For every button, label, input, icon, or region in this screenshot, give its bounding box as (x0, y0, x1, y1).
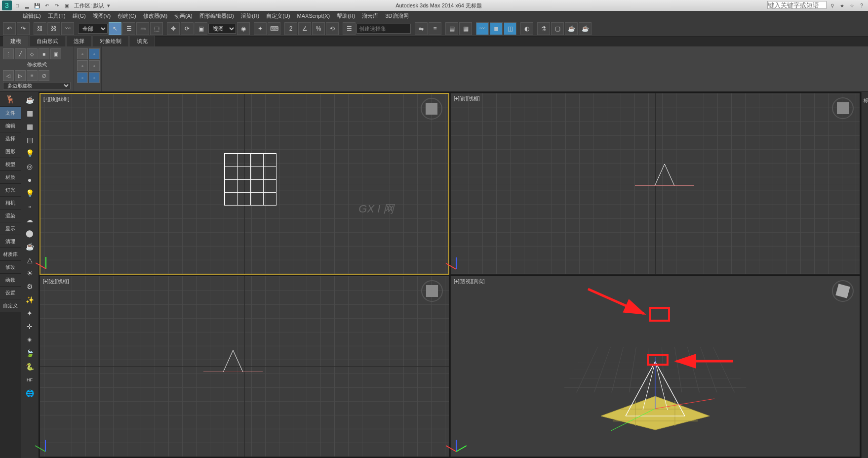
qat-redo-icon[interactable]: ↷ (52, 1, 61, 10)
strip-circles-icon[interactable]: ◎ (23, 161, 37, 172)
viewcube-front[interactable] (832, 97, 854, 119)
ribbon-tool-4-icon[interactable]: ▫ (89, 60, 100, 71)
strip-triangle-icon[interactable]: △ (23, 254, 37, 266)
subobj-border-icon[interactable]: ◇ (27, 48, 38, 59)
subobj-element-icon[interactable]: ▣ (50, 48, 61, 59)
left-tab-render[interactable]: 渲染 (0, 209, 21, 222)
strip-teapot-icon[interactable]: ☕ (23, 94, 37, 106)
left-tab-modify[interactable]: 修改 (0, 261, 21, 274)
ribbon-tool-6-icon[interactable]: ▫ (89, 72, 100, 83)
named-selection-input[interactable] (356, 24, 411, 34)
render-prod-icon[interactable]: ☕ (565, 22, 578, 35)
qat-project-icon[interactable]: ▣ (62, 1, 71, 10)
edit-named-sel-icon[interactable]: ☰ (343, 22, 355, 35)
left-tab-function[interactable]: 函数 (0, 274, 21, 287)
left-tab-settings[interactable]: 设置 (0, 287, 21, 299)
select-object-button-icon[interactable]: ↖ (109, 22, 121, 35)
use-center-icon[interactable]: ◉ (237, 22, 250, 35)
left-tab-material[interactable]: 材质 (0, 171, 21, 184)
mirror-button-icon[interactable]: ⇋ (415, 22, 428, 35)
menu-group[interactable]: 组(G) (70, 11, 89, 21)
left-tab-file[interactable]: 文件 (0, 107, 21, 120)
ref-coord-combo[interactable]: 视图 (208, 24, 236, 34)
keyboard-shortcut-icon[interactable]: ⌨ (268, 22, 280, 35)
strip-sun-icon[interactable]: ☀ (23, 267, 37, 279)
viewport-left[interactable]: [+][左][线框] (39, 276, 449, 458)
selection-filter-combo[interactable]: 全部 (78, 24, 108, 34)
left-tab-display[interactable]: 显示 (0, 222, 21, 235)
strip-rgb-icon[interactable]: ⬤ (23, 227, 37, 239)
ribbon-tool-1-icon[interactable]: ▫ (77, 48, 88, 59)
viewport-perspective[interactable]: [+][透视][真实] (450, 276, 860, 458)
left-tab-matlib[interactable]: 材质库 (0, 248, 21, 261)
strip-sparkle-icon[interactable]: ✦ (23, 307, 37, 319)
titlebar-btn-2-icon[interactable]: ★ (837, 1, 846, 10)
snap-angle-icon[interactable]: ∠ (298, 22, 311, 35)
menu-maxscript[interactable]: MAXScript(X) (294, 12, 333, 20)
layer-manager-icon[interactable]: ▦ (459, 22, 472, 35)
menu-rendering[interactable]: 渲染(R) (238, 11, 262, 21)
ribbon-tool-5-icon[interactable]: ▫ (77, 72, 88, 83)
left-tab-custom[interactable]: 自定义 (0, 299, 21, 312)
select-region-icon[interactable]: ▭ (136, 22, 149, 35)
left-tab-cleanup[interactable]: 清理 (0, 235, 21, 248)
strip-box-icon[interactable]: ▫ (23, 201, 37, 212)
subobj-vertex-icon[interactable]: ⋮ (3, 48, 14, 59)
scale-button-icon[interactable]: ▣ (195, 22, 207, 35)
menu-customize[interactable]: 自定义(U) (263, 11, 293, 21)
strip-leaf-icon[interactable]: 🍃 (23, 347, 37, 359)
viewcube-top[interactable] (421, 98, 442, 120)
titlebar-btn-1-icon[interactable]: ⚲ (828, 1, 836, 10)
viewport-front-label[interactable]: [+][前][线框] (454, 95, 480, 102)
bind-spacewarp-icon[interactable]: 〰 (61, 22, 74, 35)
menu-cloudlib[interactable]: 溜云库 (359, 11, 381, 21)
left-tab-shape[interactable]: 图形 (0, 145, 21, 158)
strip-snake-icon[interactable]: 🐍 (23, 361, 37, 373)
strip-wand-icon[interactable]: ✨ (23, 294, 37, 306)
strip-hf-icon[interactable]: HF (23, 374, 37, 386)
polygon-modeling-combo[interactable]: 多边形建模 (3, 82, 71, 89)
snap-spinner-icon[interactable]: ⟲ (326, 22, 339, 35)
viewport-top-label[interactable]: [+][顶][线框] (43, 96, 70, 103)
viewport-top[interactable]: [+][顶][线框] GX I 网 (39, 93, 449, 275)
strip-pattern-icon[interactable]: ▦ (23, 121, 37, 132)
manipulate-icon[interactable]: ✦ (254, 22, 267, 35)
window-crossing-icon[interactable]: ⬚ (150, 22, 163, 35)
strip-gear-icon[interactable]: ⚙ (23, 281, 37, 292)
strip-sphere-icon[interactable]: ● (23, 174, 37, 186)
schematic-view-icon[interactable]: ◫ (504, 22, 516, 35)
viewport-front[interactable]: [+][前][线框] (450, 93, 860, 275)
viewcube-left[interactable] (421, 280, 443, 302)
menu-help[interactable]: 帮助(H) (334, 11, 358, 21)
ribbon-tab-freeform[interactable]: 自由形式 (29, 36, 66, 46)
strip-light2-icon[interactable]: 💡 (23, 187, 37, 199)
ribbon-tab-objectpaint[interactable]: 对象绘制 (92, 36, 129, 46)
ribbon-btn-stack-icon[interactable]: ≡ (27, 70, 38, 81)
ribbon-btn-none-icon[interactable]: ∅ (39, 70, 49, 81)
strip-cloud-icon[interactable]: ☁ (23, 214, 37, 226)
left-tab-camera[interactable]: 相机 (0, 197, 21, 209)
help-search-input[interactable] (767, 1, 827, 9)
curve-editor-icon[interactable]: 〰 (476, 22, 489, 35)
left-tab-light[interactable]: 灯光 (0, 184, 21, 197)
strip-light-icon[interactable]: 💡 (23, 147, 37, 159)
command-panel-tab[interactable]: 标 (862, 92, 868, 96)
strip-grid-icon[interactable]: ▦ (23, 107, 37, 119)
redo-button-icon[interactable]: ↷ (17, 22, 30, 35)
dope-sheet-icon[interactable]: ≣ (490, 22, 503, 35)
strip-star-icon[interactable]: ✴ (23, 334, 37, 346)
ribbon-tool-2-icon[interactable]: ▫ (89, 48, 100, 59)
left-tab-select[interactable]: 选择 (0, 132, 21, 145)
menu-3d66[interactable]: 3D溜溜网 (382, 11, 411, 21)
qat-undo-icon[interactable]: ↶ (42, 1, 51, 10)
align-button-icon[interactable]: ≡ (429, 22, 441, 35)
menu-grapheditors[interactable]: 图形编辑器(D) (197, 11, 237, 21)
titlebar-btn-3-icon[interactable]: ☆ (847, 1, 856, 10)
ribbon-tool-3-icon[interactable]: ▫ (77, 60, 88, 71)
command-panel-collapsed[interactable]: 标 (861, 92, 868, 458)
qat-new-icon[interactable]: □ (13, 1, 22, 10)
qat-open-icon[interactable]: ▂ (23, 1, 32, 10)
render-iterate-icon[interactable]: ☕ (579, 22, 592, 35)
qat-save-icon[interactable]: 💾 (33, 1, 41, 10)
menu-tools[interactable]: 工具(T) (45, 11, 69, 21)
